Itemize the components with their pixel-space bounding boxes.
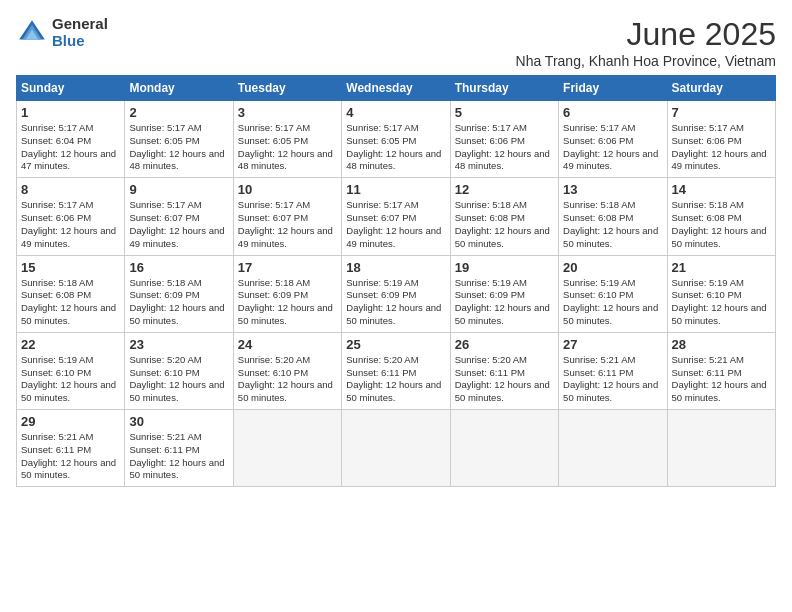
calendar-cell: 29Sunrise: 5:21 AMSunset: 6:11 PMDayligh…: [17, 410, 125, 487]
day-number: 25: [346, 337, 445, 352]
day-number: 17: [238, 260, 337, 275]
calendar-cell: 12Sunrise: 5:18 AMSunset: 6:08 PMDayligh…: [450, 178, 558, 255]
day-info: Sunrise: 5:17 AMSunset: 6:06 PMDaylight:…: [563, 122, 662, 173]
day-info: Sunrise: 5:19 AMSunset: 6:10 PMDaylight:…: [21, 354, 120, 405]
day-info: Sunrise: 5:21 AMSunset: 6:11 PMDaylight:…: [21, 431, 120, 482]
day-number: 5: [455, 105, 554, 120]
logo-general: General: [52, 16, 108, 33]
day-number: 23: [129, 337, 228, 352]
calendar-cell: [450, 410, 558, 487]
logo: General Blue: [16, 16, 108, 49]
calendar-week-2: 8Sunrise: 5:17 AMSunset: 6:06 PMDaylight…: [17, 178, 776, 255]
day-info: Sunrise: 5:21 AMSunset: 6:11 PMDaylight:…: [129, 431, 228, 482]
calendar-cell: 5Sunrise: 5:17 AMSunset: 6:06 PMDaylight…: [450, 101, 558, 178]
calendar-cell: 20Sunrise: 5:19 AMSunset: 6:10 PMDayligh…: [559, 255, 667, 332]
day-number: 27: [563, 337, 662, 352]
day-info: Sunrise: 5:17 AMSunset: 6:06 PMDaylight:…: [21, 199, 120, 250]
calendar-cell: 26Sunrise: 5:20 AMSunset: 6:11 PMDayligh…: [450, 332, 558, 409]
day-number: 11: [346, 182, 445, 197]
day-number: 2: [129, 105, 228, 120]
day-number: 26: [455, 337, 554, 352]
day-info: Sunrise: 5:19 AMSunset: 6:09 PMDaylight:…: [346, 277, 445, 328]
day-number: 22: [21, 337, 120, 352]
logo-text: General Blue: [52, 16, 108, 49]
day-number: 12: [455, 182, 554, 197]
day-number: 20: [563, 260, 662, 275]
day-info: Sunrise: 5:18 AMSunset: 6:08 PMDaylight:…: [455, 199, 554, 250]
day-number: 15: [21, 260, 120, 275]
day-info: Sunrise: 5:17 AMSunset: 6:07 PMDaylight:…: [346, 199, 445, 250]
day-header-wednesday: Wednesday: [342, 76, 450, 101]
calendar-table: SundayMondayTuesdayWednesdayThursdayFrid…: [16, 75, 776, 487]
calendar-cell: 15Sunrise: 5:18 AMSunset: 6:08 PMDayligh…: [17, 255, 125, 332]
day-info: Sunrise: 5:20 AMSunset: 6:11 PMDaylight:…: [455, 354, 554, 405]
calendar-cell: 24Sunrise: 5:20 AMSunset: 6:10 PMDayligh…: [233, 332, 341, 409]
calendar-cell: 10Sunrise: 5:17 AMSunset: 6:07 PMDayligh…: [233, 178, 341, 255]
day-info: Sunrise: 5:21 AMSunset: 6:11 PMDaylight:…: [563, 354, 662, 405]
calendar-cell: [233, 410, 341, 487]
day-header-sunday: Sunday: [17, 76, 125, 101]
calendar-cell: 30Sunrise: 5:21 AMSunset: 6:11 PMDayligh…: [125, 410, 233, 487]
day-number: 6: [563, 105, 662, 120]
day-info: Sunrise: 5:17 AMSunset: 6:06 PMDaylight:…: [672, 122, 771, 173]
calendar-cell: 7Sunrise: 5:17 AMSunset: 6:06 PMDaylight…: [667, 101, 775, 178]
logo-icon: [16, 17, 48, 49]
day-info: Sunrise: 5:19 AMSunset: 6:10 PMDaylight:…: [672, 277, 771, 328]
logo-blue: Blue: [52, 33, 108, 50]
day-number: 7: [672, 105, 771, 120]
day-header-friday: Friday: [559, 76, 667, 101]
calendar-cell: [667, 410, 775, 487]
calendar-cell: 27Sunrise: 5:21 AMSunset: 6:11 PMDayligh…: [559, 332, 667, 409]
calendar-week-5: 29Sunrise: 5:21 AMSunset: 6:11 PMDayligh…: [17, 410, 776, 487]
day-info: Sunrise: 5:17 AMSunset: 6:04 PMDaylight:…: [21, 122, 120, 173]
day-header-monday: Monday: [125, 76, 233, 101]
day-number: 1: [21, 105, 120, 120]
day-number: 30: [129, 414, 228, 429]
calendar-cell: 16Sunrise: 5:18 AMSunset: 6:09 PMDayligh…: [125, 255, 233, 332]
calendar-cell: [342, 410, 450, 487]
day-info: Sunrise: 5:18 AMSunset: 6:09 PMDaylight:…: [129, 277, 228, 328]
calendar-cell: 22Sunrise: 5:19 AMSunset: 6:10 PMDayligh…: [17, 332, 125, 409]
day-number: 24: [238, 337, 337, 352]
day-info: Sunrise: 5:20 AMSunset: 6:10 PMDaylight:…: [238, 354, 337, 405]
calendar-cell: 9Sunrise: 5:17 AMSunset: 6:07 PMDaylight…: [125, 178, 233, 255]
calendar-cell: 11Sunrise: 5:17 AMSunset: 6:07 PMDayligh…: [342, 178, 450, 255]
calendar-cell: 2Sunrise: 5:17 AMSunset: 6:05 PMDaylight…: [125, 101, 233, 178]
day-info: Sunrise: 5:18 AMSunset: 6:08 PMDaylight:…: [672, 199, 771, 250]
calendar-cell: 6Sunrise: 5:17 AMSunset: 6:06 PMDaylight…: [559, 101, 667, 178]
day-number: 28: [672, 337, 771, 352]
day-number: 19: [455, 260, 554, 275]
calendar-cell: 18Sunrise: 5:19 AMSunset: 6:09 PMDayligh…: [342, 255, 450, 332]
day-info: Sunrise: 5:17 AMSunset: 6:05 PMDaylight:…: [238, 122, 337, 173]
day-info: Sunrise: 5:18 AMSunset: 6:09 PMDaylight:…: [238, 277, 337, 328]
day-header-thursday: Thursday: [450, 76, 558, 101]
calendar-cell: 4Sunrise: 5:17 AMSunset: 6:05 PMDaylight…: [342, 101, 450, 178]
day-info: Sunrise: 5:17 AMSunset: 6:05 PMDaylight:…: [129, 122, 228, 173]
calendar-cell: 17Sunrise: 5:18 AMSunset: 6:09 PMDayligh…: [233, 255, 341, 332]
day-info: Sunrise: 5:17 AMSunset: 6:05 PMDaylight:…: [346, 122, 445, 173]
day-number: 21: [672, 260, 771, 275]
month-year-title: June 2025: [516, 16, 776, 53]
calendar-cell: 3Sunrise: 5:17 AMSunset: 6:05 PMDaylight…: [233, 101, 341, 178]
page-header: General Blue June 2025 Nha Trang, Khanh …: [16, 16, 776, 69]
day-info: Sunrise: 5:19 AMSunset: 6:10 PMDaylight:…: [563, 277, 662, 328]
day-number: 29: [21, 414, 120, 429]
calendar-week-1: 1Sunrise: 5:17 AMSunset: 6:04 PMDaylight…: [17, 101, 776, 178]
day-number: 14: [672, 182, 771, 197]
calendar-cell: 8Sunrise: 5:17 AMSunset: 6:06 PMDaylight…: [17, 178, 125, 255]
day-header-tuesday: Tuesday: [233, 76, 341, 101]
day-info: Sunrise: 5:20 AMSunset: 6:10 PMDaylight:…: [129, 354, 228, 405]
calendar-header-row: SundayMondayTuesdayWednesdayThursdayFrid…: [17, 76, 776, 101]
title-block: June 2025 Nha Trang, Khanh Hoa Province,…: [516, 16, 776, 69]
calendar-cell: 23Sunrise: 5:20 AMSunset: 6:10 PMDayligh…: [125, 332, 233, 409]
day-info: Sunrise: 5:18 AMSunset: 6:08 PMDaylight:…: [563, 199, 662, 250]
day-number: 9: [129, 182, 228, 197]
day-info: Sunrise: 5:17 AMSunset: 6:06 PMDaylight:…: [455, 122, 554, 173]
day-info: Sunrise: 5:17 AMSunset: 6:07 PMDaylight:…: [238, 199, 337, 250]
calendar-cell: 25Sunrise: 5:20 AMSunset: 6:11 PMDayligh…: [342, 332, 450, 409]
day-number: 3: [238, 105, 337, 120]
calendar-cell: 1Sunrise: 5:17 AMSunset: 6:04 PMDaylight…: [17, 101, 125, 178]
location-text: Nha Trang, Khanh Hoa Province, Vietnam: [516, 53, 776, 69]
calendar-cell: 19Sunrise: 5:19 AMSunset: 6:09 PMDayligh…: [450, 255, 558, 332]
calendar-cell: 21Sunrise: 5:19 AMSunset: 6:10 PMDayligh…: [667, 255, 775, 332]
